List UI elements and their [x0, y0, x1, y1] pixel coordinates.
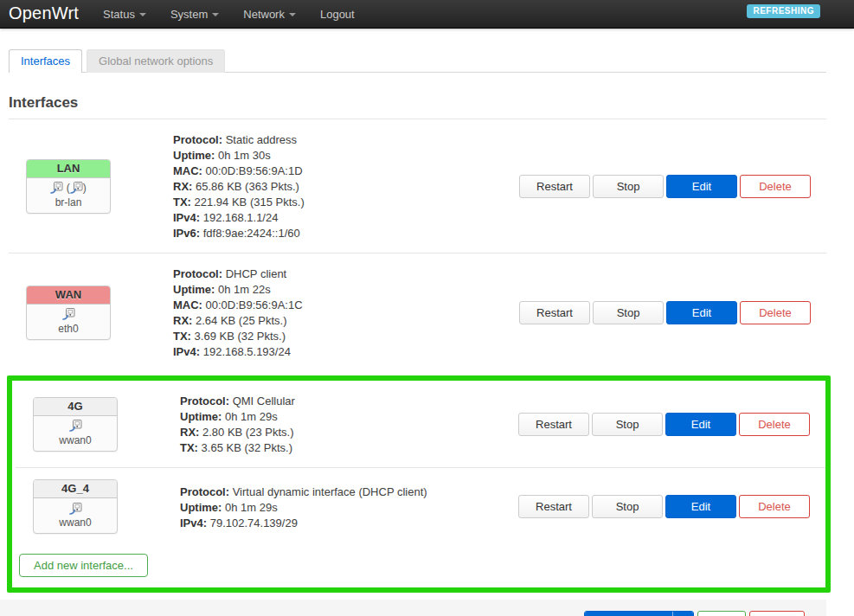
refreshing-status-badge[interactable]: REFRESHING: [747, 4, 820, 18]
interface-name: WAN: [27, 286, 110, 305]
interface-icons: [35, 420, 115, 434]
interface-rows: LAN br-lan Protocol: Static addressUptim…: [9, 119, 826, 371]
ethernet-port-icon: [50, 182, 63, 194]
interface-stat: IPv4: 192.168.5.193/24: [173, 344, 519, 360]
main-menu: Status System Network Logout: [91, 0, 367, 28]
interface-row-wan: WAN eth0 Protocol: DHCP clientUptime: 0h…: [9, 253, 826, 371]
interface-stat: MAC: 00:0D:B9:56:9A:1D: [173, 164, 519, 179]
ethernet-port-icon: [69, 503, 82, 515]
stop-button[interactable]: Stop: [593, 175, 664, 198]
menu-item-status[interactable]: Status: [91, 0, 158, 28]
edit-button[interactable]: Edit: [665, 413, 736, 436]
interface-stat: RX: 65.86 KB (363 Pkts.): [173, 179, 519, 195]
interface-stat: IPv4: 79.102.74.139/29: [180, 516, 518, 531]
menu-item-system[interactable]: System: [158, 0, 231, 28]
interface-row-lan: LAN br-lan Protocol: Static addressUptim…: [9, 119, 826, 253]
interface-card: 4G wwan0: [33, 397, 118, 452]
interface-stat: IPv6: fdf8:9ae:2424::1/60: [173, 226, 519, 241]
stop-button[interactable]: Stop: [592, 413, 663, 436]
interface-stat: Uptime: 0h 1m 30s: [173, 148, 519, 164]
interface-info: Protocol: QMI CellularUptime: 0h 1m 29sR…: [180, 392, 518, 456]
interface-device: eth0: [29, 323, 108, 335]
menu-item-logout[interactable]: Logout: [308, 0, 367, 28]
menu-item-label: Status: [103, 8, 135, 21]
interface-stat: Uptime: 0h 1m 22s: [173, 282, 519, 298]
page-title: Interfaces: [9, 94, 826, 119]
chevron-down-icon: [139, 13, 146, 16]
menu-item-label: Network: [243, 8, 285, 21]
interface-row-4g_4: 4G_4 wwan0 Protocol: Virtual dynamic int…: [16, 468, 825, 545]
interface-stat: TX: 3.69 KB (32 Pkts.): [173, 329, 519, 344]
edit-button[interactable]: Edit: [666, 301, 737, 324]
menu-item-label: Logout: [320, 8, 355, 21]
interface-stat: Protocol: QMI Cellular: [180, 394, 518, 409]
restart-button[interactable]: Restart: [518, 413, 589, 436]
interface-stat: RX: 2.64 KB (25 Pkts.): [173, 313, 519, 329]
interface-stat: Uptime: 0h 1m 29s: [180, 500, 518, 516]
bridge-parentheses: [67, 182, 87, 194]
interface-name: 4G: [34, 398, 117, 416]
interface-name: LAN: [27, 160, 110, 178]
restart-button[interactable]: Restart: [518, 495, 589, 518]
interface-stat: Protocol: Static address: [173, 132, 519, 148]
interfaces-section: Interfaces LAN br-lan Protocol: Static a…: [9, 94, 826, 593]
interface-name: 4G_4: [34, 480, 117, 498]
interface-info: Protocol: Virtual dynamic interface (DHC…: [180, 483, 518, 531]
app-logo: OpenWrt: [0, 3, 91, 25]
interface-device: br-lan: [29, 196, 108, 209]
tab-global-network-options[interactable]: Global network options: [87, 49, 225, 73]
tab-interfaces[interactable]: Interfaces: [9, 49, 82, 73]
interface-stat: MAC: 00:0D:B9:56:9A:1C: [173, 298, 519, 313]
edit-button[interactable]: Edit: [666, 175, 737, 198]
add-new-interface-button[interactable]: Add new interface...: [19, 554, 148, 577]
interface-info: Protocol: DHCP clientUptime: 0h 1m 22sMA…: [173, 265, 519, 360]
interface-icons: [29, 308, 108, 323]
restart-button[interactable]: Restart: [519, 175, 590, 198]
stop-button[interactable]: Stop: [592, 495, 663, 518]
delete-button[interactable]: Delete: [739, 495, 810, 518]
interface-device: wwan0: [35, 434, 115, 446]
save-apply-button[interactable]: Save & Apply: [585, 612, 672, 616]
interface-card: 4G_4 wwan0: [33, 479, 118, 534]
delete-button[interactable]: Delete: [739, 413, 810, 436]
interface-device: wwan0: [35, 517, 115, 529]
ethernet-port-icon: [69, 420, 82, 432]
top-navbar: OpenWrt Status System Network Logout REF…: [0, 0, 854, 29]
tab-bar: Interfaces Global network options: [9, 49, 826, 73]
save-apply-dropdown-button[interactable]: ▼: [672, 612, 693, 616]
interface-card: WAN eth0: [26, 286, 111, 340]
interface-card: LAN br-lan: [26, 159, 111, 214]
action-bar: Save & Apply ▼ Save Reset: [0, 600, 826, 616]
interface-stat: RX: 2.80 KB (23 Pkts.): [180, 425, 518, 440]
interface-stat: Protocol: DHCP client: [173, 266, 519, 282]
menu-item-network[interactable]: Network: [231, 0, 308, 28]
ethernet-port-icon: [70, 182, 83, 194]
save-apply-split-button: Save & Apply ▼: [584, 611, 694, 616]
chevron-down-icon: [212, 13, 219, 16]
interface-stat: Uptime: 0h 1m 29s: [180, 409, 518, 425]
interface-stat: TX: 221.94 KB (315 Pkts.): [173, 195, 519, 210]
edit-button[interactable]: Edit: [665, 495, 736, 518]
highlight-annotation-box: 4G wwan0 Protocol: QMI CellularUptime: 0…: [7, 375, 831, 593]
add-interface-row: Add new interface...: [16, 545, 825, 579]
ethernet-port-icon: [62, 308, 75, 320]
interface-icons: [35, 502, 115, 517]
interface-stat: IPv4: 192.168.1.1/24: [173, 210, 519, 226]
save-button[interactable]: Save: [697, 611, 746, 616]
menu-item-label: System: [170, 8, 208, 21]
interface-info: Protocol: Static addressUptime: 0h 1m 30…: [173, 131, 519, 241]
chevron-down-icon: [289, 13, 296, 16]
interface-icons: [29, 182, 108, 196]
restart-button[interactable]: Restart: [519, 301, 590, 324]
interface-stat: TX: 3.65 KB (32 Pkts.): [180, 440, 518, 456]
delete-button[interactable]: Delete: [740, 175, 811, 198]
delete-button[interactable]: Delete: [740, 301, 811, 324]
stop-button[interactable]: Stop: [593, 301, 664, 324]
interface-stat: Protocol: Virtual dynamic interface (DHC…: [180, 484, 518, 500]
reset-button[interactable]: Reset: [749, 611, 805, 616]
interface-row-4g: 4G wwan0 Protocol: QMI CellularUptime: 0…: [16, 381, 825, 468]
